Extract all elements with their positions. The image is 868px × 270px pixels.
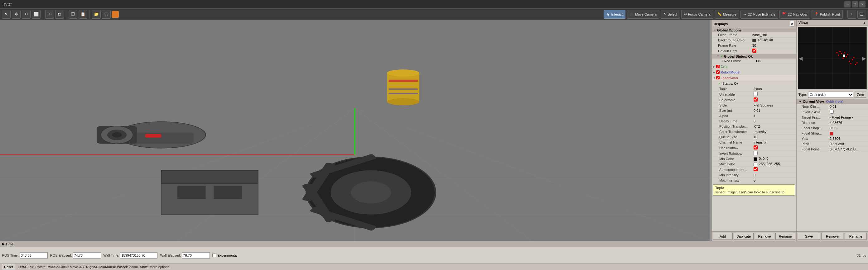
viewport-3d[interactable] [0,20,710,241]
global-options-section[interactable]: ▼ Global Options [712,28,796,32]
robot-model-check[interactable] [716,70,720,74]
select-box-btn[interactable]: ⬜ [32,10,40,19]
min-color-row[interactable]: Min Color 0; 0; 0 [712,156,796,162]
move-tool-btn[interactable]: ✥ [12,10,21,19]
invert-rainbow-checkbox[interactable] [753,151,757,155]
default-light-checkbox[interactable] [752,48,756,53]
frame-rate-row[interactable]: Frame Rate 30 [712,43,796,48]
focal-shape-row[interactable]: Focal Shap... 0.05 [797,126,868,131]
topic-row[interactable]: Topic /scan [712,86,796,92]
size-row[interactable]: Size (m) 0.01 [712,108,796,113]
minimize-button[interactable]: ─ [844,1,850,7]
current-view-header[interactable]: ▼ Current View Orbit (rviz) [797,99,868,104]
queue-size-row[interactable]: Queue Size 10 [712,135,796,140]
focal-point-row[interactable]: Focal Point 0.070577; -0.233... [797,147,868,152]
interact-button[interactable]: 🖱 Interact [603,10,625,19]
min-intensity-row[interactable]: Min Intensity 0 [712,172,796,178]
plus-btn[interactable]: + [847,10,856,19]
paste-btn[interactable]: 📋 [79,10,87,19]
use-rainbow-checkbox[interactable] [753,145,757,149]
view-type-select[interactable]: Orbit (rviz) [808,92,854,98]
autocompute-checkbox[interactable] [753,167,757,171]
select-button[interactable]: ↖ Select [661,10,680,19]
wall-time-input[interactable] [120,252,157,259]
fixed-frame-row[interactable]: Fixed Frame base_link [712,32,796,38]
max-color-row[interactable]: Max Color 255; 255; 255 [712,162,796,167]
background-color-row[interactable]: Background Color 48; 48; 48 [712,38,796,43]
wall-elapsed-input[interactable] [182,252,210,259]
max-intensity-row[interactable]: Max Intensity 0 [712,178,796,183]
rotate-tool-btn[interactable]: ↻ [22,10,31,19]
pitch-row[interactable]: Pitch 0.530398 [797,141,868,147]
close-button[interactable]: ✕ [859,1,866,7]
laser-scan-item[interactable]: ▼ LaserScan [712,75,796,81]
reset-button[interactable]: Reset [2,264,15,270]
rename-display-button[interactable]: Rename [775,233,795,240]
duplicate-display-button[interactable]: Duplicate [734,233,753,240]
measure-button[interactable]: 📏 Measure [715,10,739,19]
add-display-button[interactable]: Add [713,233,733,240]
cursor-tool-btn[interactable]: ↖ [2,10,10,19]
time-collapse-arrow[interactable]: ▶ [2,242,4,246]
style-row[interactable]: Style Flat Squares [712,103,796,108]
grid-item[interactable]: ▶ Grid [712,64,796,69]
invert-z-checkbox[interactable] [830,110,834,114]
alpha-row[interactable]: Alpha 1 [712,113,796,119]
mini-viewport[interactable]: ◀ ▶ [798,27,867,89]
robot-model-item[interactable]: ▶ RobotModel [712,69,796,75]
decay-row[interactable]: Decay Time 0 [712,119,796,124]
publish-point-button[interactable]: 📍 Publish Point [812,10,843,19]
selectable-checkbox[interactable] [753,98,757,102]
displays-close-button[interactable]: ✕ [790,21,795,27]
ros-elapsed-input[interactable] [73,252,101,259]
zero-button[interactable]: Zero [855,92,866,98]
unreliable-checkbox[interactable] [753,92,757,96]
color-transformer-row[interactable]: Color Transformer Intensity [712,129,796,135]
robot-model-checkbox[interactable] [716,70,720,74]
distance-row[interactable]: Distance 4.08676 [797,120,868,126]
fx-btn[interactable]: fx [55,10,64,19]
rename-view-button[interactable]: Rename [845,233,867,240]
autocompute-row[interactable]: Autocompute Int... [712,167,796,172]
experimental-checkbox[interactable] [212,253,216,257]
maximize-button[interactable]: □ [852,1,858,7]
laser-scan-checkbox[interactable] [716,76,720,79]
unreliable-row[interactable]: Unreliable [712,92,796,97]
svg-rect-14 [129,133,194,144]
ros-time-input[interactable] [20,252,48,259]
magic-wand-btn[interactable]: ✧ [45,10,54,19]
audio-btn[interactable]: 🎧 [102,10,111,19]
grid-check[interactable] [716,65,720,69]
yaw-row[interactable]: Yaw 2.5304 [797,136,868,141]
channel-name-row[interactable]: Channel Name intensity [712,140,796,145]
target-frame-row[interactable]: Target Fra... <Fixed Frame> [797,115,868,120]
invert-rainbow-row[interactable]: Invert Rainbow [712,151,796,156]
laser-scan-expand[interactable]: ▼ [713,77,716,79]
default-light-row[interactable]: Default Light [712,48,796,54]
remove-view-button[interactable]: Remove [821,233,843,240]
mini-nav-right-btn[interactable]: ▶ [862,55,866,62]
laser-scan-check[interactable] [716,76,720,80]
robot-model-expand[interactable]: ▶ [713,71,716,74]
focal-shape2-row[interactable]: Focal Shap... [797,131,868,136]
mini-nav-left-btn[interactable]: ◀ [798,55,803,62]
grid-expand[interactable]: ▶ [713,65,716,68]
grid-checkbox[interactable] [716,65,720,68]
position-transform-row[interactable]: Position Transfor... XYZ [712,124,796,129]
selectable-row[interactable]: Selectable [712,97,796,103]
open-btn[interactable]: 📁 [92,10,101,19]
invert-z-row[interactable]: Invert Z Axis [797,109,868,115]
near-clip-row[interactable]: Near Clip ... 0.01 [797,104,868,109]
focus-camera-button[interactable]: ⊙ Focus Camera [681,10,713,19]
move-camera-button[interactable]: 🎥 Move Camera [627,10,659,19]
use-rainbow-row[interactable]: Use rainbow [712,145,796,151]
copy-btn[interactable]: ❐ [69,10,77,19]
options-btn[interactable]: ☰ [858,10,866,19]
save-view-button[interactable]: Save [798,233,820,240]
remove-display-button[interactable]: Remove [755,233,774,240]
2d-nav-button[interactable]: 🚩 2D Nav Goal [779,10,810,19]
2d-pose-button[interactable]: → 2D Pose Estimate [741,10,778,19]
views-expand-btn[interactable]: ▲ [863,21,866,25]
displays-tree[interactable]: ▼ Global Options Fixed Frame base_link B… [712,28,796,231]
global-status-section[interactable]: ▼ ✓ Global Status: Ok [712,54,796,59]
